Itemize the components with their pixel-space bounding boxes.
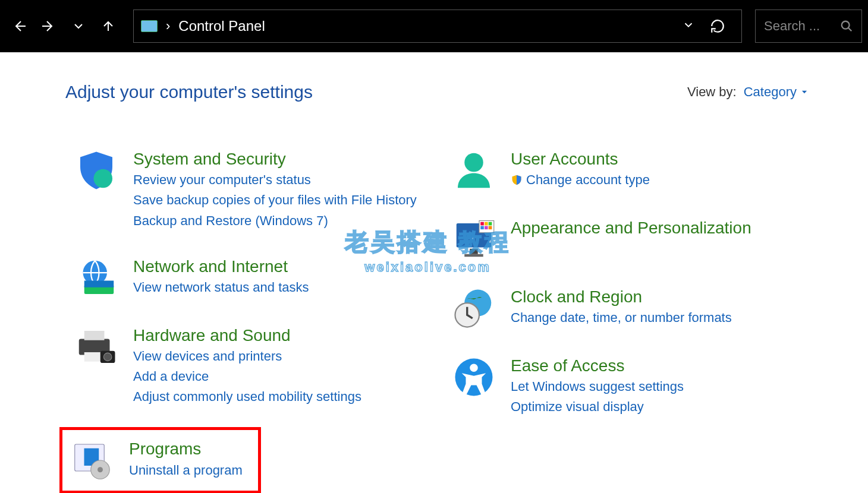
recent-locations-button[interactable] (65, 13, 92, 39)
search-placeholder: Search ... (764, 18, 820, 34)
svg-rect-17 (464, 254, 483, 257)
search-input[interactable]: Search ... (755, 10, 862, 43)
refresh-icon (710, 18, 725, 34)
category-sublink[interactable]: Backup and Restore (Windows 7) (133, 211, 417, 231)
content-header: Adjust your computer's settings View by:… (65, 82, 809, 102)
category-sublink[interactable]: Uninstall a program (129, 460, 243, 481)
category-sublink[interactable]: Review your computer's status (133, 170, 417, 190)
svg-rect-22 (480, 226, 484, 230)
category-sublink-text: Change account type (526, 170, 650, 190)
category-title-link[interactable]: Programs (129, 438, 243, 460)
svg-point-14 (464, 153, 483, 172)
category-clock-region: Clock and Region Change date, time, or n… (443, 282, 809, 335)
category-sublink[interactable]: View devices and printers (133, 346, 361, 366)
forward-button[interactable] (36, 13, 62, 39)
globe-icon (70, 256, 122, 300)
svg-point-0 (842, 21, 850, 29)
category-hardware-sound: Hardware and Sound View devices and prin… (65, 320, 431, 412)
content-area: Adjust your computer's settings View by:… (0, 52, 868, 493)
caret-down-icon (800, 88, 809, 96)
svg-point-13 (98, 467, 103, 473)
svg-rect-23 (485, 226, 488, 230)
svg-rect-21 (489, 222, 492, 226)
user-icon (448, 148, 500, 192)
category-sublink[interactable]: Save backup copies of your files with Fi… (133, 190, 417, 210)
category-title-link[interactable]: Network and Internet (133, 256, 309, 277)
svg-rect-24 (489, 226, 492, 230)
shield-icon (70, 148, 122, 192)
arrow-right-icon (42, 19, 56, 33)
up-button[interactable] (95, 13, 121, 39)
clock-globe-icon (448, 286, 500, 330)
arrow-left-icon (12, 19, 26, 33)
uac-shield-icon (511, 174, 523, 186)
category-sublink[interactable]: Change account type (511, 170, 650, 190)
view-by-value: Category (744, 84, 797, 100)
category-sublink[interactable]: Change date, time, or number formats (511, 308, 732, 328)
category-sublink[interactable]: View network status and tasks (133, 277, 309, 298)
category-sublink[interactable]: Let Windows suggest settings (511, 377, 684, 397)
category-ease-of-access: Ease of Access Let Windows suggest setti… (443, 350, 809, 422)
page-title: Adjust your computer's settings (65, 82, 313, 102)
category-network-internet: Network and Internet View network status… (65, 251, 431, 305)
chevron-down-icon (682, 18, 695, 31)
svg-rect-20 (485, 222, 488, 226)
title-bar: › Control Panel Search ... (0, 0, 868, 52)
svg-rect-4 (84, 280, 114, 287)
category-title-link[interactable]: Appearance and Personalization (511, 217, 751, 239)
accessibility-icon (448, 355, 500, 399)
breadcrumb-location[interactable]: Control Panel (178, 18, 265, 34)
svg-point-28 (470, 364, 478, 372)
category-appearance-personalization: Appearance and Personalization (443, 213, 809, 266)
view-by-dropdown[interactable]: Category (744, 84, 809, 100)
category-title-link[interactable]: System and Security (133, 148, 417, 170)
back-button[interactable] (6, 13, 32, 39)
category-sublink[interactable]: Adjust commonly used mobility settings (133, 387, 361, 407)
category-title-link[interactable]: Ease of Access (511, 355, 684, 377)
chevron-down-icon (71, 19, 86, 33)
view-by: View by: Category (687, 84, 809, 100)
category-system-security: System and Security Review your computer… (65, 144, 431, 236)
breadcrumb-separator-icon: › (163, 18, 172, 34)
category-column-left: System and Security Review your computer… (65, 144, 431, 493)
address-dropdown-button[interactable] (682, 18, 695, 34)
category-programs: Programs Uninstall a program (59, 427, 261, 493)
category-sublink[interactable]: Optimize visual display (511, 397, 684, 417)
svg-point-1 (94, 169, 113, 188)
address-bar[interactable]: › Control Panel (133, 10, 742, 43)
category-grid: System and Security Review your computer… (65, 144, 809, 493)
category-user-accounts: User Accounts Change account type (443, 144, 809, 197)
svg-point-9 (103, 353, 112, 361)
printer-icon (70, 325, 122, 369)
category-title-link[interactable]: Hardware and Sound (133, 325, 361, 346)
category-sublink[interactable]: Add a device (133, 366, 361, 387)
category-title-link[interactable]: User Accounts (511, 148, 650, 170)
search-icon (840, 20, 853, 33)
svg-rect-16 (470, 249, 478, 254)
monitor-icon (448, 217, 500, 261)
view-by-label: View by: (687, 84, 737, 100)
svg-rect-19 (480, 222, 484, 226)
control-panel-icon (141, 20, 158, 32)
category-title-link[interactable]: Clock and Region (511, 286, 732, 308)
refresh-button[interactable] (701, 10, 734, 43)
programs-icon (66, 438, 118, 482)
category-column-right: User Accounts Change account type Appear… (443, 144, 809, 493)
svg-rect-6 (84, 331, 105, 340)
arrow-up-icon (101, 19, 115, 33)
